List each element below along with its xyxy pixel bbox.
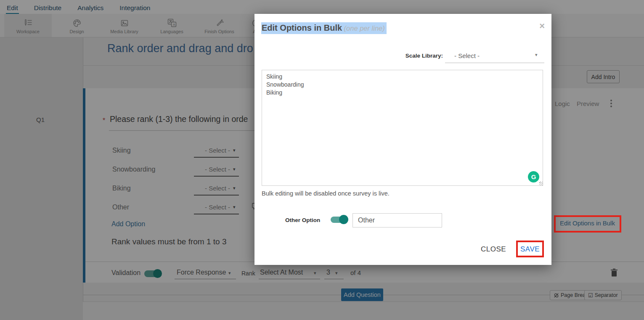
other-option-toggle[interactable] bbox=[331, 217, 347, 223]
grammarly-icon[interactable]: G bbox=[528, 171, 539, 182]
toggle-knob bbox=[339, 215, 348, 224]
textarea-resize-handle[interactable] bbox=[539, 182, 543, 185]
edit-options-bulk-modal: Edit Options in Bulk (one per line) × Sc… bbox=[254, 14, 551, 265]
other-option-input[interactable] bbox=[352, 213, 442, 227]
modal-title: Edit Options in Bulk bbox=[262, 23, 342, 32]
scale-library-dropdown[interactable]: - Select - bbox=[454, 52, 480, 59]
modal-title-wrap: Edit Options in Bulk (one per line) bbox=[261, 22, 387, 34]
save-button[interactable]: SAVE bbox=[520, 245, 540, 254]
close-button[interactable]: CLOSE bbox=[481, 245, 506, 254]
survey-builder-screen: Edit Distribute Analytics Integration Wo… bbox=[0, 0, 644, 320]
chevron-down-icon: ▾ bbox=[535, 52, 538, 58]
bulk-options-textarea[interactable]: Skiing Snowboarding Biking bbox=[262, 70, 543, 186]
bulk-edit-note: Bulk editing will be disabled once surve… bbox=[262, 190, 390, 197]
scale-library-underline bbox=[445, 63, 544, 63]
scale-library-label: Scale Library: bbox=[359, 53, 443, 59]
modal-subtitle: (one per line) bbox=[344, 24, 385, 32]
close-icon[interactable]: × bbox=[539, 21, 545, 31]
other-option-label: Other Option bbox=[285, 217, 320, 223]
